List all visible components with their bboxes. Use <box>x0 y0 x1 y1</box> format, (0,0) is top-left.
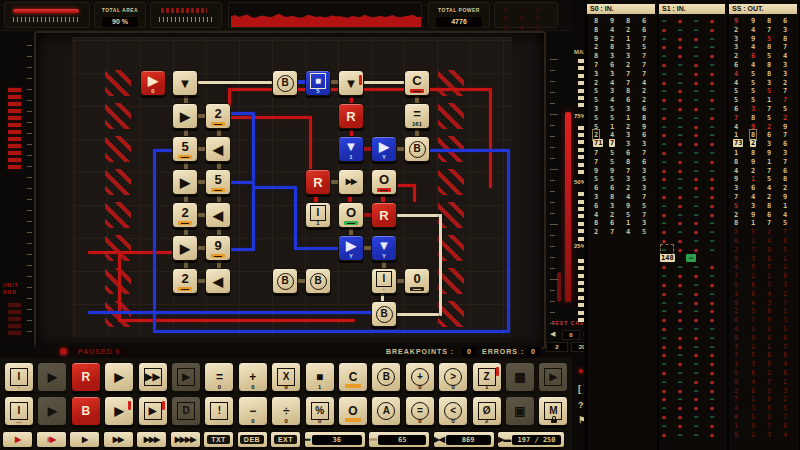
record-indicator[interactable]: ● <box>578 366 583 376</box>
board-tile-■[interactable]: ■5 <box>305 70 331 96</box>
toolbar-ghost-arrow-tile[interactable]: ▶ <box>37 396 67 426</box>
board-tile-2[interactable]: 2 <box>172 202 198 228</box>
toolbar-circled-greater-tile[interactable]: >0 <box>438 362 468 392</box>
toolbar-circled-a-tile[interactable]: A <box>371 396 401 426</box>
toolbar-double-arrow-tile[interactable]: ▶▶ <box>138 362 168 392</box>
board-tile-arrow-down[interactable]: ▼1 <box>338 136 364 162</box>
control-play-4x-button[interactable]: ▶▶▶▶ <box>170 431 201 448</box>
toolbar-ghost-arrow-tile[interactable]: ▶ <box>37 362 67 392</box>
board-tile-5[interactable]: 5 <box>172 136 198 162</box>
board-tile-arrow-left[interactable]: ◀ <box>205 268 231 294</box>
board-tile-2[interactable]: 2 <box>172 268 198 294</box>
stream-cell: ● <box>678 52 682 60</box>
board-tile-arrow-down[interactable]: ▼Y <box>371 235 397 261</box>
toolbar-red-b-tile[interactable]: B <box>71 396 101 426</box>
control-run-button[interactable]: ▶ <box>2 431 33 448</box>
toolbar-circled-equals-tile[interactable]: =0 <box>405 396 435 426</box>
board-tile-arrow-right[interactable]: ▶ <box>172 103 198 129</box>
board-tile-arrow-right[interactable]: ▶0 <box>140 70 166 96</box>
board-tile-O[interactable]: O <box>371 169 397 195</box>
left-tick <box>27 67 32 68</box>
control-play-3x-button[interactable]: ▶▶▶ <box>136 431 167 448</box>
board-tile-arrow-right[interactable]: ▶ <box>172 235 198 261</box>
toolbar-output-tile[interactable]: O <box>338 396 368 426</box>
board-tile-arrow-down[interactable]: ▼ <box>338 70 364 96</box>
toolbar-modulo-tile[interactable]: %0 <box>305 396 335 426</box>
toolbar-ghost-boxed-arrow-tile[interactable]: ▶ <box>171 362 201 392</box>
board-tile-O[interactable]: O <box>338 202 364 228</box>
board-tile-arrow-right[interactable]: ▶Y <box>338 235 364 261</box>
game-root: TOTAL AREA 90 % TOTAL POWER 4776 9 7 2 9… <box>0 0 800 450</box>
toolbar-circled-less-tile[interactable]: <0 <box>438 396 468 426</box>
toolbar-square-tile[interactable]: ■1 <box>305 362 335 392</box>
board-tile-arrow-left[interactable]: ◀ <box>205 202 231 228</box>
toolbar-ghost-play-tile[interactable]: ▶ <box>538 362 568 392</box>
toolbar-arrow-notch-tile[interactable]: ▶ <box>104 396 134 426</box>
board-tile-B[interactable]: B <box>272 70 298 96</box>
control-play-2x-button[interactable]: ▶▶ <box>103 431 134 448</box>
board-tile-0[interactable]: 0 <box>404 268 430 294</box>
control-progress-counter[interactable]: ▶▬197 / 250 <box>497 431 565 448</box>
toolbar-red-register-tile[interactable]: R <box>71 362 101 392</box>
control-counter-a[interactable]: ▪▪▪36 <box>304 431 366 448</box>
stream-cell: – <box>662 378 666 386</box>
stream-cell: – <box>694 211 698 219</box>
toolbar-z-tile[interactable]: Z1 <box>472 362 502 392</box>
board-tile-B[interactable]: B <box>371 301 397 327</box>
toolbar-equals-tile[interactable]: =0 <box>204 362 234 392</box>
toolbar-plus-tile[interactable]: +0 <box>238 362 268 392</box>
board-tile-5[interactable]: 5 <box>205 169 231 195</box>
tile-glyph: ◀ <box>213 275 223 288</box>
board-tile-R[interactable]: R <box>305 169 331 195</box>
board-tile-I[interactable]: I· <box>371 268 397 294</box>
test-case-prev-button[interactable]: ◀ <box>550 330 555 338</box>
toolbar-exclaim-tile[interactable]: ! <box>204 396 234 426</box>
toolbar-c-tile[interactable]: C <box>338 362 368 392</box>
control-ext-button[interactable]: EXT <box>270 431 301 448</box>
toolbar-circled-b-tile[interactable]: B <box>371 362 401 392</box>
control-counter-c[interactable]: ▶◀869 <box>433 431 495 448</box>
control-step-button[interactable]: ‖▶ <box>36 431 67 448</box>
toolbar-input-multi-tile[interactable]: I… <box>4 396 34 426</box>
control-deb-button[interactable]: DEB <box>237 431 268 448</box>
stream-cell: 3 <box>767 299 771 307</box>
board-tile-B[interactable]: B <box>305 268 331 294</box>
board-tile-R[interactable]: R <box>371 202 397 228</box>
board-tile-B[interactable]: B <box>404 136 430 162</box>
board-tile-9[interactable]: 9 <box>205 235 231 261</box>
stream-cell: 5 <box>594 96 598 104</box>
board-tile-arrow-right[interactable]: ▶ <box>172 169 198 195</box>
board-tile-▶▶[interactable]: ▶▶ <box>338 169 364 195</box>
board-tile-I[interactable]: I1 <box>305 202 331 228</box>
stream-cell: 7 <box>626 70 630 78</box>
toolbar-arrow-tile[interactable]: ▶ <box>104 362 134 392</box>
toolbar-circled-plus-tile[interactable]: +0 <box>405 362 435 392</box>
toolbar-input-tile[interactable]: I· <box>4 362 34 392</box>
control-txt-button[interactable]: TXT <box>203 431 234 448</box>
left-tick <box>27 298 32 299</box>
help-button[interactable]: ? <box>578 400 584 410</box>
toolbar-locked-m-tile[interactable]: M <box>538 396 568 426</box>
board-tile-arrow-left[interactable]: ◀ <box>205 136 231 162</box>
control-play-1x-button[interactable]: ▶ <box>69 431 100 448</box>
board-tile-arrow-down[interactable]: ▼ <box>172 70 198 96</box>
board-tile-C[interactable]: C <box>404 70 430 96</box>
board-tile-2[interactable]: 2 <box>205 103 231 129</box>
toolbar-boxed-arrow-tile[interactable]: ▶ <box>138 396 168 426</box>
tile-glyph: ▼ <box>345 140 358 153</box>
stream-cell: ● <box>662 26 666 34</box>
toolbar-zero-slash-tile[interactable]: Ø2 <box>472 396 502 426</box>
board-tile-R[interactable]: R <box>338 103 364 129</box>
board-tile-B[interactable]: B <box>272 268 298 294</box>
board-tile-arrow-right[interactable]: ▶Y <box>371 136 397 162</box>
tile-glyph: 0 <box>413 272 420 285</box>
toolbar-multiply-tile[interactable]: X0 <box>271 362 301 392</box>
toolbar-minus-tile[interactable]: −0 <box>238 396 268 426</box>
toolbar-ghost-grid-tile[interactable]: ▦ <box>505 362 535 392</box>
stream-cell: 8 <box>767 61 771 69</box>
control-counter-b[interactable]: ◦◦◦◦65 <box>368 431 430 448</box>
toolbar-divide-tile[interactable]: ÷0 <box>271 396 301 426</box>
toolbar-ghost-d-tile[interactable]: D <box>171 396 201 426</box>
toolbar-ghost-box-tile[interactable]: ▣ <box>505 396 535 426</box>
board-tile-=[interactable]: =161 <box>404 103 430 129</box>
